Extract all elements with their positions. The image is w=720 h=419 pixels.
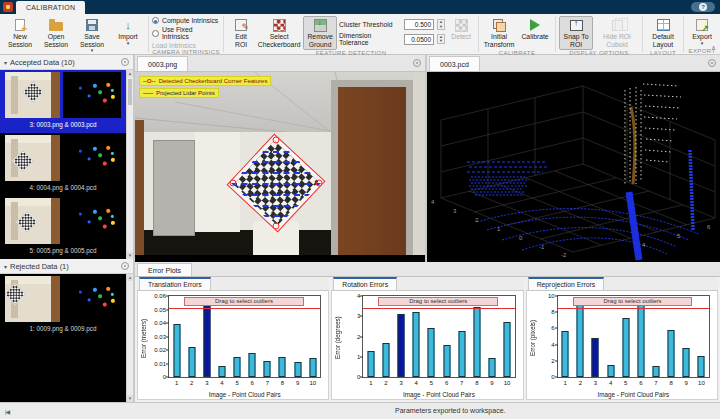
import-button[interactable]: ↓Import▾ (111, 16, 145, 48)
bar-pair-4[interactable] (607, 365, 614, 377)
error-plots-panel: Error Plots Translation Errors Error (me… (135, 262, 720, 402)
snap-to-roi-button[interactable]: Snap To ROI (559, 16, 593, 50)
bar-pair-3[interactable] (592, 338, 599, 377)
remove-ground-button[interactable]: Remove Ground (303, 16, 337, 50)
scroll-down-icon[interactable]: ▼ (127, 252, 133, 259)
initial-transform-button[interactable]: Initial Transform (482, 16, 516, 50)
bar-pair-2[interactable] (577, 299, 584, 377)
list-item-accepted-1[interactable]: 3: 0003.png & 0003.pcd (0, 70, 126, 133)
rejected-data-header[interactable]: ▾ Rejected Data (1) (0, 259, 133, 274)
bar-pair-5[interactable] (428, 328, 435, 377)
pointcloud-view[interactable]: 4 3 2 1 0 -1 -2 4 5 6 (427, 72, 720, 262)
error-plots-tab-bar: Error Plots (135, 262, 720, 277)
outlier-selection-band[interactable]: Drag to select outliers (378, 297, 498, 306)
section-display-options: Snap To ROI Hide ROI Cuboid DISPLAY OPTI… (556, 14, 642, 54)
bar-pair-1[interactable] (173, 324, 180, 377)
bar-pair-6[interactable] (443, 345, 450, 377)
dimension-tolerance-input[interactable]: 0.0500 (404, 34, 434, 45)
corner-marker-icon (316, 180, 323, 187)
bar-pair-1[interactable] (367, 351, 374, 377)
checkerboard-icon (273, 18, 286, 32)
default-layout-button[interactable]: Default Layout (646, 16, 680, 50)
list-item-rejected-1[interactable]: 1: 0009.png & 0009.pcd (0, 274, 126, 337)
collapse-toolstrip-icon[interactable]: ∧ (711, 44, 716, 52)
accepted-data-header[interactable]: ▾ Accepted Data (10) (0, 55, 133, 70)
tab-rotation-errors[interactable]: Rotation Errors (333, 277, 397, 290)
axis-tick-label: 6 (707, 224, 710, 230)
bar-pair-2[interactable] (188, 347, 195, 377)
list-item-accepted-3[interactable]: 5: 0005.png & 0005.pcd (0, 196, 126, 259)
bar-pair-5[interactable] (622, 318, 629, 377)
bar-pair-9[interactable] (294, 362, 301, 377)
skip-to-start-icon[interactable]: |◀ (5, 408, 9, 415)
bar-pair-3[interactable] (398, 314, 405, 377)
tab-0003-pcd[interactable]: 0003.pcd (429, 56, 480, 71)
radio-on-icon (152, 17, 159, 24)
scroll-down-icon[interactable]: ▼ (127, 395, 133, 402)
save-session-button[interactable]: Save Session▾ (75, 16, 109, 55)
export-button[interactable]: Export▾ (687, 16, 717, 48)
translation-errors-chart[interactable]: Drag to select outliers 00.010.020.030.0… (168, 295, 321, 378)
panel-menu-icon[interactable] (413, 59, 421, 67)
outlier-selection-band[interactable]: Drag to select outliers (184, 297, 304, 306)
bar-pair-3[interactable] (203, 301, 210, 377)
scrollbar-thumb[interactable] (128, 79, 132, 105)
bar-pair-5[interactable] (234, 357, 241, 377)
charts-row: Translation Errors Error (meters) Drag t… (135, 277, 720, 400)
tab-translation-errors[interactable]: Translation Errors (139, 277, 211, 290)
bar-pair-7[interactable] (458, 331, 465, 377)
reprojection-errors-chart[interactable]: Drag to select outliers 0246810123456789… (557, 295, 710, 378)
rejected-list-scrollbar[interactable]: ▲ ▼ (126, 274, 133, 402)
panel-menu-icon[interactable] (121, 58, 129, 66)
bar-pair-10[interactable] (698, 356, 705, 377)
list-item-accepted-2[interactable]: 4: 0004.png & 0004.pcd (0, 133, 126, 196)
spinner-arrows-icon[interactable]: ▲▼ (437, 19, 445, 30)
calibrate-button[interactable]: Calibrate (518, 16, 552, 43)
help-button[interactable]: ? (691, 2, 715, 12)
bar-pair-9[interactable] (488, 358, 495, 377)
cluster-threshold-input[interactable]: 0.500 (404, 19, 434, 30)
bar-pair-10[interactable] (309, 358, 316, 377)
bar-pair-4[interactable] (218, 366, 225, 377)
panel-menu-icon[interactable] (121, 262, 129, 270)
dimension-tolerance-label: Dimension Tolerance (339, 32, 401, 46)
image-legend: --O-- Detected Checkerboard Corner Featu… (139, 76, 271, 100)
hide-roi-cuboid-button: Hide ROI Cuboid (595, 16, 639, 50)
tab-0003-png[interactable]: 0003.png (137, 56, 188, 71)
tab-reprojection-errors[interactable]: Reprojection Errors (528, 277, 605, 290)
scroll-up-icon[interactable]: ▲ (127, 274, 133, 281)
item-caption: 1: 0009.png & 0009.pcd (2, 322, 124, 334)
bar-pair-6[interactable] (637, 300, 644, 377)
camera-image[interactable]: --O-- Detected Checkerboard Corner Featu… (135, 72, 425, 255)
bar-pair-4[interactable] (413, 312, 420, 377)
outlier-selection-band[interactable]: Drag to select outliers (573, 297, 693, 306)
bar-pair-7[interactable] (653, 366, 660, 377)
rotation-errors-chart[interactable]: Drag to select outliers 0123412345678910 (362, 295, 515, 378)
scroll-up-icon[interactable]: ▲ (127, 70, 133, 77)
new-session-button[interactable]: New Session (3, 16, 37, 50)
bar-pair-7[interactable] (264, 361, 271, 377)
bar-pair-2[interactable] (383, 343, 390, 377)
edit-roi-button[interactable]: Edit ROI (227, 16, 255, 50)
select-checkerboard-button[interactable]: Select Checkerboard (257, 16, 301, 50)
tab-calibration[interactable]: CALIBRATION (16, 1, 85, 14)
accepted-list-scrollbar[interactable]: ▲ ▼ (126, 70, 133, 259)
collapse-arrow-icon: ▾ (4, 263, 7, 270)
use-fixed-intrinsics-radio[interactable]: Use Fixed Intrinsics (152, 26, 220, 40)
section-layout: Default Layout LAYOUT (643, 14, 683, 54)
open-session-button[interactable]: Open Session (39, 16, 73, 50)
panel-menu-icon[interactable] (708, 59, 716, 67)
bar-pair-9[interactable] (683, 348, 690, 377)
import-icon: ↓ (125, 18, 131, 32)
bar-pair-10[interactable] (504, 322, 511, 377)
rotation-errors-panel: Rotation Errors Error (degrees) Drag to … (331, 277, 523, 400)
bar-pair-8[interactable] (279, 357, 286, 377)
compute-intrinsics-radio[interactable]: Compute Intrinsics (152, 17, 218, 24)
bar-pair-8[interactable] (668, 330, 675, 377)
spinner-arrows-icon[interactable]: ▲▼ (437, 34, 445, 45)
bar-pair-6[interactable] (249, 353, 256, 377)
bar-pair-1[interactable] (562, 331, 569, 377)
new-session-icon (15, 18, 25, 32)
tab-error-plots[interactable]: Error Plots (137, 263, 192, 276)
bar-pair-8[interactable] (473, 307, 480, 377)
